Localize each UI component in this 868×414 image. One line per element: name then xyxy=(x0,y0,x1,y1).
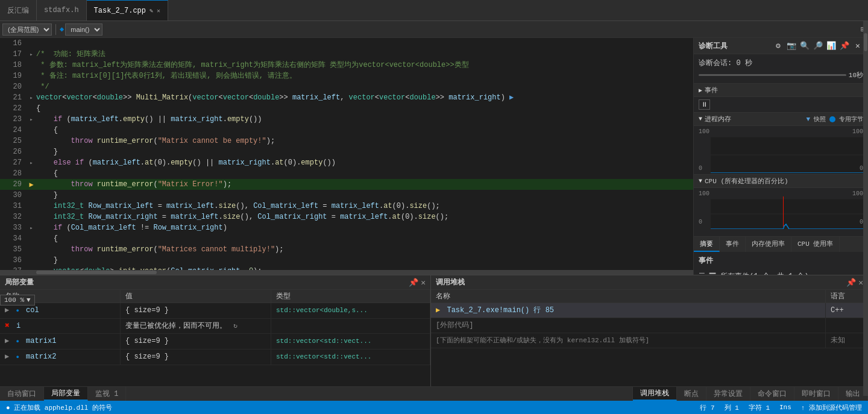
cs-col-lang: 语言 xyxy=(826,290,868,303)
bottom-tab-locals[interactable]: 局部变量 xyxy=(44,387,88,401)
right-scroll-thumb[interactable] xyxy=(864,38,867,51)
collapse-23[interactable]: ▸ xyxy=(30,116,33,123)
pause-icon[interactable]: ⏸ xyxy=(699,99,710,110)
locals-table-header: 名称 值 类型 xyxy=(0,290,430,303)
right-scroll-area[interactable]: 诊断会话: 0 秒 10秒 ▶ 事件 ⏸ ▼ 进程内存 xyxy=(694,54,868,275)
code-line-26: 26 } xyxy=(0,146,693,157)
timeline-row: 10秒 xyxy=(699,71,863,80)
status-loading[interactable]: ● 正在加载 apphelp.dll 的符号 xyxy=(6,403,112,412)
search-icon[interactable]: 🔍 xyxy=(799,40,810,51)
collapse-33[interactable]: ▸ xyxy=(30,225,33,231)
tab-close-icon[interactable]: ✕ xyxy=(157,7,160,14)
tab-cpu-usage[interactable]: CPU 使用率 xyxy=(791,237,840,252)
tab-summary[interactable]: 摘要 xyxy=(694,237,720,252)
cs-row-main[interactable]: ▶ Task_2_7.exe!main() 行 85 C++ xyxy=(431,303,868,318)
bottom-tab-command[interactable]: 命令窗口 xyxy=(750,387,794,401)
bottom-tab-immediate[interactable]: 即时窗口 xyxy=(794,387,838,401)
code-line-27: 27 ▸ else if (matrix_left.at(0).empty() … xyxy=(0,157,693,168)
local-type-col: std::vector<double,s... xyxy=(271,303,430,318)
local-row-matrix1[interactable]: ▶ ● matrix1 { size=9 } std::vector<std::… xyxy=(0,334,430,350)
right-panel-header: 诊断工具 ⚙ 📷 🔍 🔎 📊 📌 ✕ xyxy=(694,38,868,54)
scope-selector[interactable]: (全局范围) xyxy=(2,24,52,36)
right-panel-tabs: 摘要 事件 内存使用率 CPU 使用率 xyxy=(694,236,868,252)
code-line-22: 22 { xyxy=(0,103,693,114)
callstack-pin-icon[interactable]: 📌 xyxy=(846,278,856,287)
collapse-21[interactable]: ▸ xyxy=(30,95,33,101)
tab-disasm[interactable]: 反汇编 xyxy=(0,0,37,20)
expand-col-icon[interactable]: ▶ xyxy=(5,306,9,315)
timeline-end-label: 10秒 xyxy=(849,71,863,80)
local-row-i[interactable]: ✖ i 变量已被优化掉，因而不可用。 ↻ xyxy=(0,319,430,334)
cs-lang-external xyxy=(826,318,868,333)
cpu-section-header[interactable]: ▼ CPU (所有处理器的百分比) xyxy=(694,174,868,188)
code-line-37: 37 vector<double> init_vector(Col_matrix… xyxy=(0,266,693,270)
expand-matrix2-icon[interactable]: ▶ xyxy=(5,353,9,361)
tab-stdafx[interactable]: stdafx.h xyxy=(37,0,87,20)
code-line-35: 35 throw runtime_error("Matrices cannot … xyxy=(0,244,693,255)
h-scroll-thumb[interactable] xyxy=(36,271,157,274)
collapse-17[interactable]: ▸ xyxy=(30,51,33,58)
status-add-repo[interactable]: ↑ 添加到源代码管理 xyxy=(801,403,862,412)
memory-chart: 100 100 0 0 xyxy=(694,126,868,174)
right-panel: 诊断工具 ⚙ 📷 🔍 🔎 📊 📌 ✕ 诊断会话: 0 秒 10秒 xyxy=(693,38,868,275)
editor-toolbar: (全局范围) ◆ main() ⊞ xyxy=(0,21,868,38)
status-ins[interactable]: Ins xyxy=(779,404,791,411)
bottom-tab-callstack[interactable]: 调用堆栈 xyxy=(633,387,677,401)
settings-icon[interactable]: ⚙ xyxy=(773,40,784,51)
camera-icon[interactable]: 📷 xyxy=(786,40,797,51)
timeline-bar xyxy=(699,74,846,76)
chart-icon[interactable]: 📊 xyxy=(826,40,837,51)
locals-table: 名称 值 类型 ▶ ● col { size=9 } std::vector<d… xyxy=(0,290,430,386)
local-val-i: 变量已被优化掉，因而不可用。 ↻ xyxy=(121,319,271,333)
horizontal-scrollbar[interactable] xyxy=(0,270,693,275)
cs-name-main: ▶ Task_2_7.exe!main() 行 85 xyxy=(431,303,826,318)
tab-memory-usage[interactable]: 内存使用率 xyxy=(746,237,791,252)
bottom-tab-auto[interactable]: 自动窗口 xyxy=(0,387,44,401)
tab-events[interactable]: 事件 xyxy=(720,237,746,252)
all-events-item[interactable]: ☰ ☰ 所有事件(1 个，共 1 个) xyxy=(699,269,863,275)
summary-content: 事件 ☰ ☰ 所有事件(1 个，共 1 个) 内存使用率 📷 截取快照 📷 启用… xyxy=(694,252,868,275)
cs-warning-text: [下面的框架可能不正确和/或缺失，没有为 kernel32.dll 加载符号] xyxy=(431,333,826,348)
pin-icon[interactable]: 📌 xyxy=(839,40,850,51)
bottom-tab-watch[interactable]: 监视 1 xyxy=(88,387,126,401)
close-icon[interactable]: ✕ xyxy=(852,40,863,51)
session-info: 诊断会话: 0 秒 10秒 xyxy=(694,54,868,83)
code-scroll[interactable]: 16 17 ▸ /* 功能: 矩阵乘法 18 * 参数: matrix_left… xyxy=(0,38,693,270)
callstack-close-icon[interactable]: ✕ xyxy=(858,278,863,287)
code-line-19: 19 * 备注: matrix[0][1]代表0行1列, 若出现错误, 则会抛出… xyxy=(0,71,693,81)
bottom-tab-exceptions[interactable]: 异常设置 xyxy=(706,387,750,401)
error-i-icon: ✖ xyxy=(5,321,10,330)
locals-pin-icon[interactable]: 📌 xyxy=(409,278,418,287)
expand-matrix1-icon[interactable]: ▶ xyxy=(5,337,9,345)
cpu-svg xyxy=(711,199,867,229)
memory-controls: ▼ 快照 专用字节 xyxy=(806,115,863,124)
bottom-tab-breakpoints[interactable]: 断点 xyxy=(677,387,706,401)
events-section-header[interactable]: ▶ 事件 xyxy=(694,83,868,97)
status-col[interactable]: 列 1 xyxy=(725,403,739,412)
cs-name-external: [外部代码] xyxy=(431,318,826,333)
collapse-27[interactable]: ▸ xyxy=(30,160,33,166)
code-line-23: 23 ▸ if (matrix_left.empty() || matrix_r… xyxy=(0,114,693,125)
locals-close-icon[interactable]: ✕ xyxy=(421,278,426,287)
refresh-i-icon[interactable]: ↻ xyxy=(233,322,237,330)
code-line-25: 25 throw runtime_error("Matrix cannot be… xyxy=(0,136,693,146)
right-scrollbar[interactable] xyxy=(863,38,868,275)
col-circle-icon: ● xyxy=(16,308,19,314)
matrix1-var-name: matrix1 xyxy=(26,337,56,345)
fn-selector[interactable]: main() xyxy=(65,24,102,36)
session-label: 诊断会话: 0 秒 xyxy=(699,59,752,67)
callstack-bar-left: 调用堆栈 xyxy=(436,277,465,287)
cs-row-external[interactable]: [外部代码] xyxy=(431,318,868,333)
events-pause-row: ⏸ xyxy=(694,97,868,112)
memory-section-header[interactable]: ▼ 进程内存 ▼ 快照 专用字节 xyxy=(694,112,868,126)
callstack-bar-icons: 📌 ✕ xyxy=(846,278,863,287)
code-line-32: 32 int32_t Row_matrix_right = matrix_lef… xyxy=(0,212,693,222)
right-panel-icons: ⚙ 📷 🔍 🔎 📊 📌 ✕ xyxy=(773,40,863,51)
status-char[interactable]: 字符 1 xyxy=(749,403,770,412)
zoom-in-icon[interactable]: 🔎 xyxy=(813,40,823,51)
tab-task[interactable]: Task_2_7.cpp ✎ ✕ xyxy=(87,0,168,20)
local-row-col[interactable]: ▶ ● col { size=9 } std::vector<double,s.… xyxy=(0,303,430,319)
local-row-matrix2[interactable]: ▶ ● matrix2 { size=9 } std::vector<std::… xyxy=(0,350,430,365)
matrix1-circle-icon: ● xyxy=(16,339,19,345)
status-row[interactable]: 行 7 xyxy=(700,403,714,412)
